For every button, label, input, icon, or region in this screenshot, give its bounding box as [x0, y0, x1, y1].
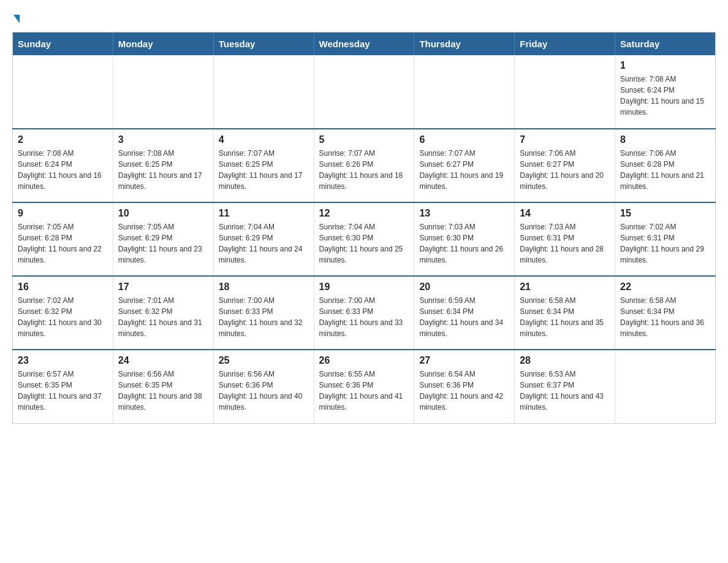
weekday-header-saturday: Saturday — [615, 33, 716, 56]
day-info: Sunrise: 7:02 AMSunset: 6:31 PMDaylight:… — [620, 221, 710, 266]
day-number: 3 — [118, 134, 208, 145]
day-info: Sunrise: 7:03 AMSunset: 6:31 PMDaylight:… — [520, 221, 610, 266]
calendar-cell: 23Sunrise: 6:57 AMSunset: 6:35 PMDayligh… — [13, 350, 113, 423]
day-info: Sunrise: 7:08 AMSunset: 6:25 PMDaylight:… — [118, 148, 208, 192]
weekday-header-wednesday: Wednesday — [314, 33, 414, 56]
calendar-cell: 9Sunrise: 7:05 AMSunset: 6:28 PMDaylight… — [13, 202, 113, 276]
calendar-cell: 10Sunrise: 7:05 AMSunset: 6:29 PMDayligh… — [113, 202, 213, 276]
day-number: 7 — [520, 134, 610, 145]
calendar-cell: 16Sunrise: 7:02 AMSunset: 6:32 PMDayligh… — [13, 276, 113, 350]
day-info: Sunrise: 6:59 AMSunset: 6:34 PMDaylight:… — [419, 295, 509, 339]
day-info: Sunrise: 7:05 AMSunset: 6:28 PMDaylight:… — [18, 221, 108, 266]
day-number: 9 — [18, 208, 108, 219]
day-number: 14 — [520, 208, 610, 219]
calendar-cell: 22Sunrise: 6:58 AMSunset: 6:34 PMDayligh… — [615, 276, 716, 350]
day-info: Sunrise: 6:56 AMSunset: 6:36 PMDaylight:… — [219, 369, 309, 413]
day-number: 26 — [319, 355, 409, 366]
day-info: Sunrise: 6:58 AMSunset: 6:34 PMDaylight:… — [520, 295, 610, 339]
day-info: Sunrise: 6:58 AMSunset: 6:34 PMDaylight:… — [620, 295, 710, 339]
calendar-cell: 24Sunrise: 6:56 AMSunset: 6:35 PMDayligh… — [113, 350, 213, 423]
calendar-cell — [113, 55, 213, 129]
day-info: Sunrise: 7:01 AMSunset: 6:32 PMDaylight:… — [118, 295, 208, 339]
calendar-week-row: 23Sunrise: 6:57 AMSunset: 6:35 PMDayligh… — [13, 350, 716, 423]
day-number: 25 — [219, 355, 309, 366]
weekday-header-monday: Monday — [113, 33, 213, 56]
weekday-header-sunday: Sunday — [13, 33, 113, 56]
day-number: 8 — [620, 134, 710, 145]
day-info: Sunrise: 7:08 AMSunset: 6:24 PMDaylight:… — [18, 148, 108, 192]
day-number: 6 — [419, 134, 509, 145]
day-info: Sunrise: 6:53 AMSunset: 6:37 PMDaylight:… — [520, 369, 610, 413]
weekday-header-tuesday: Tuesday — [213, 33, 314, 56]
day-info: Sunrise: 7:00 AMSunset: 6:33 PMDaylight:… — [219, 295, 309, 339]
day-info: Sunrise: 7:07 AMSunset: 6:26 PMDaylight:… — [319, 148, 409, 192]
calendar-cell: 13Sunrise: 7:03 AMSunset: 6:30 PMDayligh… — [414, 202, 515, 276]
calendar-table: SundayMondayTuesdayWednesdayThursdayFrid… — [12, 32, 716, 424]
weekday-header-thursday: Thursday — [414, 33, 515, 56]
calendar-cell: 28Sunrise: 6:53 AMSunset: 6:37 PMDayligh… — [515, 350, 615, 423]
calendar-cell: 1Sunrise: 7:08 AMSunset: 6:24 PMDaylight… — [615, 55, 716, 129]
calendar-cell: 8Sunrise: 7:06 AMSunset: 6:28 PMDaylight… — [615, 129, 716, 202]
day-number: 1 — [620, 60, 710, 71]
day-number: 2 — [18, 134, 108, 145]
weekday-header-friday: Friday — [515, 33, 615, 56]
day-info: Sunrise: 7:02 AMSunset: 6:32 PMDaylight:… — [18, 295, 108, 339]
day-info: Sunrise: 7:00 AMSunset: 6:33 PMDaylight:… — [319, 295, 409, 339]
day-number: 15 — [620, 208, 710, 219]
calendar-cell: 15Sunrise: 7:02 AMSunset: 6:31 PMDayligh… — [615, 202, 716, 276]
day-info: Sunrise: 7:08 AMSunset: 6:24 PMDaylight:… — [620, 74, 710, 118]
day-info: Sunrise: 7:07 AMSunset: 6:27 PMDaylight:… — [419, 148, 509, 192]
page-header — [12, 12, 716, 22]
day-number: 27 — [419, 355, 509, 366]
calendar-cell: 19Sunrise: 7:00 AMSunset: 6:33 PMDayligh… — [314, 276, 414, 350]
day-number: 16 — [18, 282, 108, 293]
calendar-cell: 6Sunrise: 7:07 AMSunset: 6:27 PMDaylight… — [414, 129, 515, 202]
day-number: 28 — [520, 355, 610, 366]
day-number: 19 — [319, 282, 409, 293]
day-info: Sunrise: 7:03 AMSunset: 6:30 PMDaylight:… — [419, 221, 509, 266]
calendar-cell: 11Sunrise: 7:04 AMSunset: 6:29 PMDayligh… — [213, 202, 314, 276]
day-number: 22 — [620, 282, 710, 293]
calendar-cell: 17Sunrise: 7:01 AMSunset: 6:32 PMDayligh… — [113, 276, 213, 350]
day-info: Sunrise: 6:56 AMSunset: 6:35 PMDaylight:… — [118, 369, 208, 413]
day-info: Sunrise: 7:05 AMSunset: 6:29 PMDaylight:… — [118, 221, 208, 266]
day-number: 18 — [219, 282, 309, 293]
day-number: 11 — [219, 208, 309, 219]
day-number: 4 — [219, 134, 309, 145]
calendar-cell: 5Sunrise: 7:07 AMSunset: 6:26 PMDaylight… — [314, 129, 414, 202]
day-number: 17 — [118, 282, 208, 293]
day-info: Sunrise: 7:07 AMSunset: 6:25 PMDaylight:… — [219, 148, 309, 192]
day-number: 13 — [419, 208, 509, 219]
day-number: 23 — [18, 355, 108, 366]
day-info: Sunrise: 7:06 AMSunset: 6:27 PMDaylight:… — [520, 148, 610, 192]
calendar-cell — [213, 55, 314, 129]
calendar-week-row: 9Sunrise: 7:05 AMSunset: 6:28 PMDaylight… — [13, 202, 716, 276]
calendar-cell — [515, 55, 615, 129]
calendar-cell: 3Sunrise: 7:08 AMSunset: 6:25 PMDaylight… — [113, 129, 213, 202]
calendar-cell: 25Sunrise: 6:56 AMSunset: 6:36 PMDayligh… — [213, 350, 314, 423]
logo-arrow-icon — [13, 15, 20, 23]
day-number: 5 — [319, 134, 409, 145]
logo — [12, 12, 20, 22]
day-number: 21 — [520, 282, 610, 293]
calendar-cell — [314, 55, 414, 129]
day-number: 12 — [319, 208, 409, 219]
day-info: Sunrise: 7:06 AMSunset: 6:28 PMDaylight:… — [620, 148, 710, 192]
calendar-week-row: 16Sunrise: 7:02 AMSunset: 6:32 PMDayligh… — [13, 276, 716, 350]
day-number: 10 — [118, 208, 208, 219]
calendar-week-row: 1Sunrise: 7:08 AMSunset: 6:24 PMDaylight… — [13, 55, 716, 129]
day-number: 20 — [419, 282, 509, 293]
calendar-cell: 4Sunrise: 7:07 AMSunset: 6:25 PMDaylight… — [213, 129, 314, 202]
day-info: Sunrise: 7:04 AMSunset: 6:29 PMDaylight:… — [219, 221, 309, 266]
weekday-header-row: SundayMondayTuesdayWednesdayThursdayFrid… — [13, 33, 716, 56]
day-info: Sunrise: 6:55 AMSunset: 6:36 PMDaylight:… — [319, 369, 409, 413]
day-info: Sunrise: 6:54 AMSunset: 6:36 PMDaylight:… — [419, 369, 509, 413]
calendar-cell: 21Sunrise: 6:58 AMSunset: 6:34 PMDayligh… — [515, 276, 615, 350]
calendar-cell: 20Sunrise: 6:59 AMSunset: 6:34 PMDayligh… — [414, 276, 515, 350]
calendar-cell: 14Sunrise: 7:03 AMSunset: 6:31 PMDayligh… — [515, 202, 615, 276]
calendar-cell — [615, 350, 716, 423]
calendar-cell: 7Sunrise: 7:06 AMSunset: 6:27 PMDaylight… — [515, 129, 615, 202]
day-info: Sunrise: 6:57 AMSunset: 6:35 PMDaylight:… — [18, 369, 108, 413]
calendar-cell — [13, 55, 113, 129]
calendar-cell: 18Sunrise: 7:00 AMSunset: 6:33 PMDayligh… — [213, 276, 314, 350]
